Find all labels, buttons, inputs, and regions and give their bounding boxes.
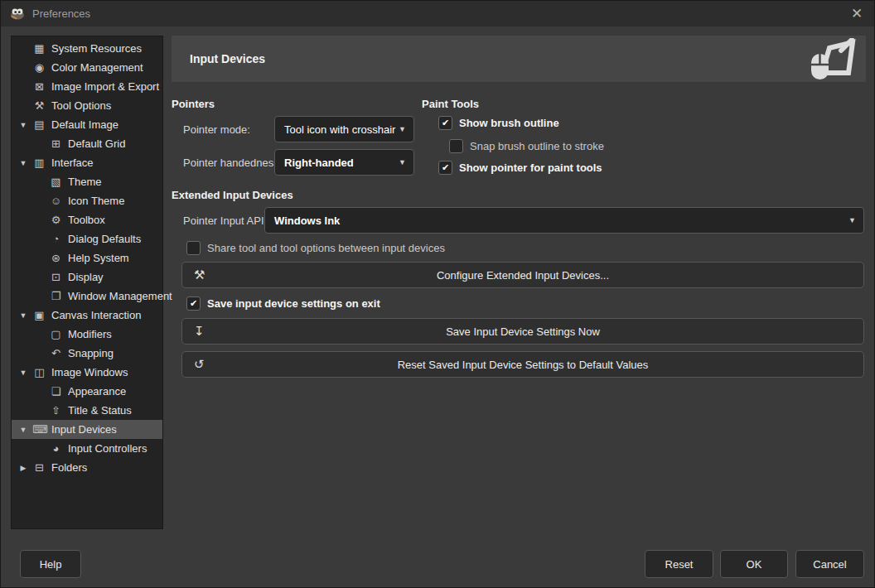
display-icon: ⊡ (49, 271, 63, 283)
sidebar-item-label: Help System (68, 252, 129, 264)
snap-brush-outline-checkbox[interactable]: Snap brush outline to stroke (449, 139, 604, 153)
sidebar-item-default-image[interactable]: ▼ ▤ Default Image (12, 115, 162, 134)
chevron-down-icon: ▼ (399, 158, 413, 166)
expander-icon[interactable]: ▼ (17, 426, 30, 434)
sidebar-item-label: Icon Theme (68, 195, 124, 207)
reset-input-device-settings-button[interactable]: ↺ Reset Saved Input Device Settings to D… (181, 351, 864, 378)
help-button[interactable]: Help (20, 550, 81, 578)
sidebar-item-default-grid[interactable]: ⊞ Default Grid (12, 134, 162, 153)
sidebar-item-interface[interactable]: ▼ ▥ Interface (12, 153, 162, 172)
ok-button[interactable]: OK (720, 550, 788, 578)
checkbox-label: Share tool and tool options between inpu… (207, 242, 445, 254)
title-status-icon: ⇧ (49, 404, 63, 417)
checkbox-check-icon[interactable] (449, 139, 463, 153)
sidebar-item-label: Interface (51, 157, 94, 169)
pointer-handedness-dropdown[interactable]: Right-handed ▼ (274, 149, 414, 176)
sidebar-item-theme[interactable]: ▧ Theme (12, 172, 162, 191)
expander-icon[interactable]: ▼ (17, 159, 30, 167)
pointers-heading: Pointers (172, 98, 215, 110)
sidebar-item-toolbox[interactable]: ⚙ Toolbox (12, 210, 162, 229)
reset-icon: ↺ (194, 357, 205, 372)
checkbox-label: Snap brush outline to stroke (470, 140, 604, 152)
appearance-icon: ❏ (49, 385, 63, 398)
window-management-icon: ❐ (49, 290, 63, 302)
sidebar-item-title-status[interactable]: ⇧ Title & Status (12, 401, 162, 420)
sidebar-item-input-devices[interactable]: ▼ ⌨ Input Devices (12, 420, 162, 439)
show-brush-outline-checkbox[interactable]: ✔ Show brush outline (438, 116, 559, 130)
button-label: Reset Saved Input Device Settings to Def… (398, 359, 649, 371)
save-settings-on-exit-checkbox[interactable]: ✔ Save input device settings on exit (186, 296, 380, 311)
configure-extended-input-devices-button[interactable]: ⚒ Configure Extended Input Devices... (181, 262, 864, 288)
chevron-down-icon: ▼ (848, 216, 863, 224)
canvas-interaction-icon: ▣ (32, 309, 46, 321)
checkbox-label: Show brush outline (459, 117, 559, 129)
input-devices-icon: ⌨ (32, 423, 46, 436)
sidebar-item-label: Tool Options (51, 99, 111, 112)
window-title: Preferences (32, 7, 90, 20)
sidebar-item-input-controllers[interactable]: ◕ Input Controllers (12, 439, 162, 458)
cancel-button[interactable]: Cancel (795, 550, 864, 578)
pointer-handedness-value: Right-handed (275, 157, 354, 169)
sidebar-item-label: Modifiers (68, 328, 112, 340)
show-pointer-paint-tools-checkbox[interactable]: ✔ Show pointer for paint tools (438, 161, 602, 175)
modifiers-icon: ▢ (49, 328, 63, 340)
expander-icon[interactable]: ▼ (17, 369, 30, 377)
paint-tools-heading: Paint Tools (422, 98, 479, 110)
folders-icon: ⊟ (32, 461, 46, 474)
checkbox-check-icon[interactable]: ✔ (438, 116, 452, 130)
sidebar-item-tool-options[interactable]: ⚒ Tool Options (12, 96, 162, 115)
toolbox-icon: ⚙ (49, 214, 63, 226)
button-label: Reset (665, 558, 694, 571)
sidebar-item-label: Appearance (68, 385, 126, 398)
sidebar-item-display[interactable]: ⊡ Display (12, 267, 162, 287)
sidebar-item-label: Dialog Defaults (68, 233, 141, 245)
checkbox-check-icon[interactable] (186, 241, 201, 255)
image-windows-icon: ◫ (32, 366, 46, 378)
page-title: Input Devices (190, 52, 265, 65)
page-header: Input Devices (172, 36, 866, 82)
pointer-input-api-value: Windows Ink (265, 214, 340, 227)
sidebar-item-image-import-export[interactable]: ⊠ Image Import & Export (12, 77, 162, 96)
sidebar-item-canvas-interaction[interactable]: ▼ ▣ Canvas Interaction (12, 306, 162, 325)
checkbox-check-icon[interactable]: ✔ (438, 161, 452, 175)
input-controllers-icon: ◕ (49, 442, 63, 455)
button-label: Save Input Device Settings Now (446, 325, 600, 338)
sidebar-item-label: Toolbox (68, 214, 105, 226)
sidebar-item-system-resources[interactable]: ▦ System Resources (12, 39, 162, 58)
checkbox-check-icon[interactable]: ✔ (186, 296, 201, 311)
interface-icon: ▥ (32, 157, 46, 169)
sidebar-item-label: Canvas Interaction (51, 309, 141, 321)
sidebar-item-icon-theme[interactable]: ☺ Icon Theme (12, 191, 162, 210)
system-resources-icon: ▦ (32, 42, 46, 55)
button-label: Configure Extended Input Devices... (437, 269, 609, 282)
expander-icon[interactable]: ▶ (17, 464, 30, 472)
pointer-mode-label: Pointer mode: (183, 123, 250, 136)
sidebar-item-image-windows[interactable]: ▼ ◫ Image Windows (12, 363, 162, 382)
save-icon: ↧ (194, 324, 205, 339)
image-import-export-icon: ⊠ (32, 80, 46, 93)
sidebar-item-modifiers[interactable]: ▢ Modifiers (12, 325, 162, 344)
expander-icon[interactable]: ▼ (17, 121, 30, 129)
sidebar-item-color-management[interactable]: ◉ Color Management (12, 58, 162, 77)
sidebar-item-label: Color Management (51, 61, 143, 74)
titlebar: Preferences ✕ (1, 1, 874, 27)
sidebar-item-label: System Resources (51, 42, 142, 55)
expander-icon[interactable]: ▼ (17, 311, 30, 320)
dialog-defaults-icon: ◔ (49, 233, 63, 245)
sidebar-item-window-management[interactable]: ❐ Window Management (12, 287, 162, 306)
sidebar-item-help-system[interactable]: ⊛ Help System (12, 248, 162, 267)
share-tool-options-checkbox[interactable]: Share tool and tool options between inpu… (186, 241, 445, 255)
sidebar-item-dialog-defaults[interactable]: ◔ Dialog Defaults (12, 229, 162, 248)
save-input-device-settings-button[interactable]: ↧ Save Input Device Settings Now (181, 318, 864, 345)
reset-button[interactable]: Reset (645, 550, 713, 578)
chevron-down-icon: ▼ (399, 125, 413, 133)
pointer-input-api-dropdown[interactable]: Windows Ink ▼ (264, 207, 864, 234)
sidebar-item-snapping[interactable]: ↶ Snapping (12, 344, 162, 363)
button-label: OK (747, 558, 762, 571)
pointer-mode-dropdown[interactable]: Tool icon with crosshair ▼ (274, 116, 414, 142)
sidebar-item-label: Image Import & Export (51, 80, 159, 93)
sidebar-item-label: Input Devices (51, 423, 117, 436)
sidebar-item-folders[interactable]: ▶ ⊟ Folders (12, 458, 162, 477)
close-icon[interactable]: ✕ (839, 1, 874, 27)
sidebar-item-appearance[interactable]: ❏ Appearance (12, 382, 162, 401)
